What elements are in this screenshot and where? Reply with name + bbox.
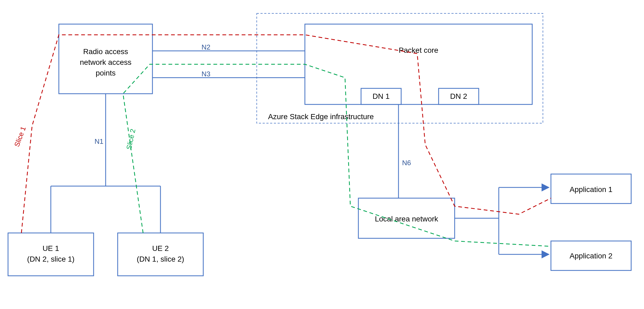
dn2-label: DN 2: [450, 92, 467, 100]
ase-label: Azure Stack Edge infrastructure: [268, 112, 374, 121]
ran-label-1: Radio access: [83, 47, 128, 56]
ue2-label-2: (DN 1, slice 2): [137, 255, 184, 263]
app2-label: Application 2: [570, 252, 612, 260]
ue1-label-1: UE 1: [43, 244, 59, 253]
ue2-box: [118, 233, 203, 276]
n3-label: N3: [201, 70, 210, 78]
network-diagram: Azure Stack Edge infrastructure Packet c…: [0, 0, 644, 309]
ue1-box: [8, 233, 94, 276]
ue2-label-1: UE 2: [152, 244, 169, 253]
lan-label: Local area network: [375, 215, 439, 223]
ue1-label-2: (DN 2, slice 1): [27, 255, 74, 263]
n1-label: N1: [94, 137, 103, 145]
packet-core-label: Packet core: [399, 46, 438, 54]
slice1-label: Slice 1: [13, 125, 27, 148]
app1-label: Application 1: [570, 185, 612, 194]
n2-label: N2: [201, 43, 210, 51]
ran-label-3: points: [96, 69, 116, 77]
ran-label-2: network access: [80, 58, 132, 66]
slice2-label: Slice 2: [125, 128, 137, 150]
n6-label: N6: [402, 159, 411, 167]
dn1-label: DN 1: [373, 92, 390, 100]
